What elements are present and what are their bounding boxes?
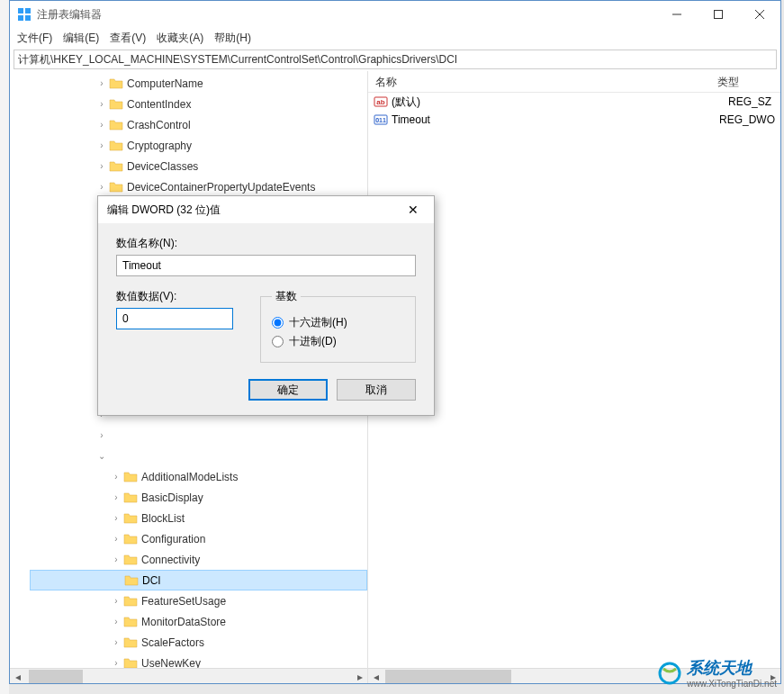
watermark: 系统天地 www.XiTongTianDi.net <box>658 657 777 689</box>
tree-item[interactable]: ›FeatureSetUsage <box>30 590 367 611</box>
expander-icon[interactable]: ⌄ <box>95 451 109 461</box>
column-type[interactable]: 类型 <box>710 71 780 92</box>
tree-item[interactable]: ›BasicDisplay <box>30 487 367 508</box>
tree-item[interactable]: ›DeviceContainerPropertyUpdateEvents <box>30 176 367 197</box>
dialog-body: 数值名称(N): 数值数据(V): 基数 十六进制(H) 十进制(D) <box>98 223 434 379</box>
expander-icon[interactable]: › <box>95 120 109 130</box>
base-legend: 基数 <box>272 289 301 304</box>
scroll-thumb[interactable] <box>385 670 511 683</box>
value-data-label: 数值数据(V): <box>116 289 233 304</box>
tree-item-label: MonitorDataStore <box>141 616 226 628</box>
tree-item[interactable]: ›ContentIndex <box>30 94 367 114</box>
scroll-right-icon[interactable]: ▸ <box>352 669 367 683</box>
tree-item-hidden[interactable]: ⌄ <box>30 446 367 466</box>
tree-item[interactable]: ›ScaleFactors <box>30 632 367 653</box>
menu-view[interactable]: 查看(V) <box>110 31 146 46</box>
expander-icon[interactable]: › <box>109 492 123 502</box>
svg-text:ab: ab <box>376 98 384 106</box>
tree-item-label: CrashControl <box>127 119 191 131</box>
edit-dword-dialog: 编辑 DWORD (32 位)值 ✕ 数值名称(N): 数值数据(V): 基数 … <box>97 195 435 416</box>
app-icon <box>17 7 32 22</box>
minimize-button[interactable] <box>656 1 698 28</box>
address-bar[interactable]: 计算机\HKEY_LOCAL_MACHINE\SYSTEM\CurrentCon… <box>14 50 777 69</box>
menu-favorites[interactable]: 收藏夹(A) <box>157 31 203 46</box>
dialog-titlebar: 编辑 DWORD (32 位)值 ✕ <box>98 196 434 223</box>
titlebar: 注册表编辑器 <box>10 1 780 28</box>
tree-item[interactable]: ›ComputerName <box>30 73 367 94</box>
tree-item[interactable]: ›MonitorDataStore <box>30 611 367 632</box>
tree-item[interactable]: ›BlockList <box>30 508 367 528</box>
expander-icon[interactable]: › <box>95 430 109 440</box>
expander-icon[interactable]: › <box>95 182 109 192</box>
menubar: 文件(F) 编辑(E) 查看(V) 收藏夹(A) 帮助(H) <box>10 28 780 48</box>
svg-rect-2 <box>18 15 23 21</box>
svg-point-12 <box>660 663 680 683</box>
menu-file[interactable]: 文件(F) <box>17 31 52 46</box>
expander-icon[interactable]: › <box>95 161 109 171</box>
radio-hex[interactable]: 十六进制(H) <box>272 315 404 330</box>
expander-icon[interactable]: › <box>109 554 123 564</box>
tree-item-label: DCI <box>142 574 161 587</box>
value-icon: ab <box>374 95 388 109</box>
menu-edit[interactable]: 编辑(E) <box>63 31 99 46</box>
tree-scrollbar-horizontal[interactable]: ◂ ▸ <box>10 668 367 683</box>
tree-item[interactable]: ›Configuration <box>30 528 367 549</box>
expander-icon[interactable]: › <box>109 534 123 544</box>
watermark-url: www.XiTongTianDi.net <box>687 679 777 689</box>
tree-item-label: DeviceContainerPropertyUpdateEvents <box>127 181 315 194</box>
tree-item[interactable]: ›Connectivity <box>30 549 367 570</box>
list-rows: ab(默认)REG_SZ011TimeoutREG_DWO <box>368 93 780 129</box>
expander-icon[interactable]: › <box>109 472 123 482</box>
dialog-title: 编辑 DWORD (32 位)值 <box>107 203 401 218</box>
svg-rect-1 <box>25 8 31 14</box>
value-icon: 011 <box>374 113 388 127</box>
tree-item-label: BlockList <box>141 512 185 525</box>
tree-item-hidden[interactable]: › <box>30 425 367 446</box>
radio-hex-input[interactable] <box>272 317 284 329</box>
radio-dec-input[interactable] <box>272 336 284 347</box>
window-title: 注册表编辑器 <box>37 7 656 23</box>
expander-icon[interactable]: › <box>109 658 123 668</box>
tree-item-label: BasicDisplay <box>141 491 203 504</box>
svg-rect-5 <box>715 11 723 19</box>
ok-button[interactable]: 确定 <box>248 379 328 401</box>
tree-item-label: ScaleFactors <box>141 636 204 649</box>
tree-item[interactable]: ›CrashControl <box>30 114 367 135</box>
tree-item[interactable]: ›Cryptography <box>30 135 367 156</box>
expander-icon[interactable]: › <box>95 78 109 88</box>
value-name-input[interactable] <box>116 255 416 276</box>
base-fieldset: 基数 十六进制(H) 十进制(D) <box>260 289 416 363</box>
tree-item[interactable]: ›DeviceClasses <box>30 156 367 176</box>
menu-help[interactable]: 帮助(H) <box>214 31 251 46</box>
value-data-input[interactable] <box>116 308 233 329</box>
expander-icon[interactable]: › <box>109 637 123 647</box>
svg-text:011: 011 <box>375 117 386 123</box>
expander-icon[interactable]: › <box>95 99 109 109</box>
scroll-left-icon[interactable]: ◂ <box>368 669 383 683</box>
tree-item-label: Connectivity <box>141 554 200 566</box>
svg-rect-3 <box>25 15 31 21</box>
close-button[interactable] <box>739 1 780 28</box>
background-strip <box>0 0 9 694</box>
tree-item[interactable]: DCI <box>30 570 367 590</box>
expander-icon[interactable]: › <box>109 617 123 626</box>
scroll-left-icon[interactable]: ◂ <box>10 669 25 683</box>
tree-item-label: ComputerName <box>127 77 203 90</box>
tree-item[interactable]: ›AdditionalModeLists <box>30 466 367 487</box>
value-name: (默认) <box>392 95 728 110</box>
radio-dec[interactable]: 十进制(D) <box>272 334 404 349</box>
list-row[interactable]: ab(默认)REG_SZ <box>368 93 780 111</box>
maximize-button[interactable] <box>698 1 739 28</box>
cancel-button[interactable]: 取消 <box>337 379 416 401</box>
expander-icon[interactable]: › <box>109 513 123 523</box>
column-name[interactable]: 名称 <box>368 71 710 92</box>
expander-icon[interactable]: › <box>109 596 123 606</box>
scroll-thumb[interactable] <box>29 670 83 683</box>
expander-icon[interactable]: › <box>95 140 109 150</box>
value-name-label: 数值名称(N): <box>116 236 416 251</box>
tree-item-label: Configuration <box>141 533 205 545</box>
globe-icon <box>658 662 681 685</box>
value-name: Timeout <box>392 113 719 126</box>
list-row[interactable]: 011TimeoutREG_DWO <box>368 111 780 129</box>
dialog-close-button[interactable]: ✕ <box>401 203 425 217</box>
